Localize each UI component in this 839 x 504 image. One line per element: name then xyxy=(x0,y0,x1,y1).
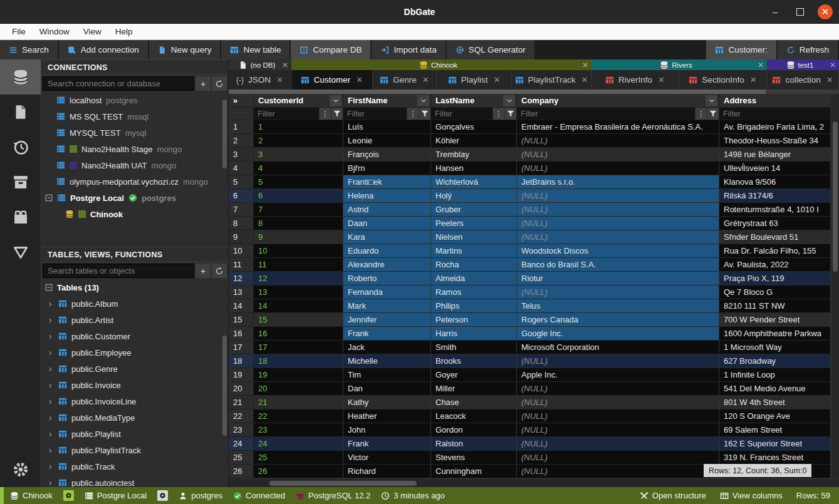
column-header-lastname[interactable]: LastName xyxy=(431,94,517,108)
cell-lastname[interactable]: Leacock xyxy=(431,409,517,423)
row-number[interactable]: 2 xyxy=(229,134,254,148)
cell-address[interactable]: 801 W 4th Street xyxy=(719,396,831,409)
row-number[interactable]: 15 xyxy=(229,313,254,327)
cell-company[interactable]: (NULL) xyxy=(517,465,719,478)
cell-address[interactable]: 1 Infinite Loop xyxy=(719,368,831,382)
row-number[interactable]: 22 xyxy=(229,409,254,423)
connection-item[interactable]: MYSQL TESTmysql xyxy=(41,125,228,141)
rail-cell-data[interactable] xyxy=(0,235,41,270)
row-number[interactable]: 1 xyxy=(229,120,254,134)
chevron-right-icon[interactable]: › xyxy=(49,445,54,455)
cell-firstname[interactable]: Alexandre xyxy=(343,258,431,272)
menu-window[interactable]: Window xyxy=(34,26,75,38)
chevron-right-icon[interactable]: › xyxy=(49,413,54,423)
cell-customerid[interactable]: 2 xyxy=(254,134,343,148)
cell-firstname[interactable]: Jennifer xyxy=(343,313,431,327)
tab-scrollbar[interactable] xyxy=(229,90,839,94)
filter-menu-icon[interactable]: ⋮ xyxy=(492,108,504,120)
close-group-icon[interactable]: ✕ xyxy=(830,61,836,69)
rail-connections[interactable] xyxy=(0,59,41,95)
chevron-right-icon[interactable]: › xyxy=(49,380,54,390)
close-tab-icon[interactable]: ✕ xyxy=(493,75,500,85)
filter-input-firstname[interactable] xyxy=(343,108,407,120)
toolbar-button-import-data[interactable]: Import data xyxy=(372,40,446,59)
connection-item[interactable]: Nano2Health Stagemongo xyxy=(41,141,228,157)
cell-customerid[interactable]: 20 xyxy=(254,382,343,396)
cell-company[interactable]: Woodstock Discos xyxy=(517,244,719,258)
database-item[interactable]: Chinook xyxy=(41,206,228,222)
cell-firstname[interactable]: Mark xyxy=(343,299,431,313)
cell-firstname[interactable]: Kara xyxy=(343,230,431,244)
row-number[interactable]: 23 xyxy=(229,423,254,437)
chevron-right-icon[interactable]: › xyxy=(49,478,54,487)
tables-search-input[interactable] xyxy=(43,264,194,278)
cell-customerid[interactable]: 19 xyxy=(254,368,343,382)
cell-lastname[interactable]: Chase xyxy=(431,396,517,409)
close-tab-icon[interactable]: ✕ xyxy=(658,75,665,85)
cell-customerid[interactable]: 12 xyxy=(254,272,343,285)
filter-funnel-icon[interactable] xyxy=(504,108,516,120)
cell-address[interactable]: 162 E Superior Street xyxy=(719,437,831,451)
cell-lastname[interactable]: Gordon xyxy=(431,423,517,437)
cell-address[interactable]: 319 N. Frances Street xyxy=(719,451,831,465)
cell-lastname[interactable]: Goyer xyxy=(431,368,517,382)
cell-lastname[interactable]: Ralston xyxy=(431,437,517,451)
close-tab-icon[interactable]: ✕ xyxy=(422,75,429,85)
table-item[interactable]: ›public.Album xyxy=(41,296,228,312)
row-number[interactable]: 5 xyxy=(229,175,254,189)
toolbar-button-search[interactable]: Search xyxy=(0,40,59,59)
add-table-icon-button[interactable]: + xyxy=(195,264,211,278)
cell-customerid[interactable]: 13 xyxy=(254,285,343,299)
cell-lastname[interactable]: Peterson xyxy=(431,313,517,327)
cell-address[interactable]: Praça Pio X, 119 xyxy=(719,272,831,285)
close-group-icon[interactable]: ✕ xyxy=(282,61,288,69)
cell-address[interactable]: Av. Paulista, 2022 xyxy=(719,258,831,272)
cell-customerid[interactable]: 24 xyxy=(254,437,343,451)
toolbar-button-add-connection[interactable]: Add connection xyxy=(59,40,149,59)
tab-collection[interactable]: collection✕ xyxy=(767,70,839,90)
row-number[interactable]: 7 xyxy=(229,203,254,217)
cell-lastname[interactable]: Nielsen xyxy=(431,230,517,244)
connections-search-input[interactable] xyxy=(43,76,194,91)
filter-input-lastname[interactable] xyxy=(431,108,492,120)
filter-input-company[interactable] xyxy=(517,108,695,120)
cell-address[interactable]: 700 W Pender Street xyxy=(719,313,831,327)
cell-company[interactable]: (NULL) xyxy=(517,382,719,396)
table-item[interactable]: ›public.Employee xyxy=(41,344,228,361)
cell-lastname[interactable]: Rocha xyxy=(431,258,517,272)
statusbar-view-columns[interactable]: View columns xyxy=(720,491,783,500)
row-number[interactable]: 19 xyxy=(229,368,254,382)
cell-company[interactable]: Google Inc. xyxy=(517,327,719,341)
row-number[interactable]: 26 xyxy=(229,465,254,478)
cell-company[interactable]: (NULL) xyxy=(517,230,719,244)
cell-address[interactable]: 1600 Amphitheatre Parkwa xyxy=(719,327,831,341)
cell-firstname[interactable]: François xyxy=(343,148,431,162)
add-connection-icon-button[interactable]: + xyxy=(195,76,211,91)
cell-company[interactable]: Riotur xyxy=(517,272,719,285)
tab-playlisttrack[interactable]: PlaylistTrack✕ xyxy=(512,70,591,90)
cell-company[interactable]: (NULL) xyxy=(517,134,719,148)
minimize-button[interactable]: – xyxy=(768,4,783,19)
row-number[interactable]: 12 xyxy=(229,272,254,285)
toolbar-button-new-table[interactable]: New table xyxy=(221,40,291,59)
tab-riverinfo[interactable]: RiverInfo✕ xyxy=(591,70,679,90)
cell-company[interactable]: (NULL) xyxy=(517,285,719,299)
cell-lastname[interactable]: Wichterlová xyxy=(431,175,517,189)
cell-customerid[interactable]: 9 xyxy=(254,230,343,244)
cell-firstname[interactable]: Jack xyxy=(343,341,431,354)
row-number[interactable]: 17 xyxy=(229,341,254,354)
maximize-button[interactable] xyxy=(793,4,808,19)
cell-company[interactable]: Embraer - Empresa Brasileira de Aeronáut… xyxy=(517,120,719,134)
chevron-right-icon[interactable]: › xyxy=(49,331,54,341)
cell-customerid[interactable]: 22 xyxy=(254,409,343,423)
row-number[interactable]: 18 xyxy=(229,354,254,368)
cell-address[interactable]: Grétrystraat 63 xyxy=(719,217,831,230)
connection-item[interactable]: MS SQL TESTmssql xyxy=(41,108,228,125)
chevron-right-icon[interactable]: › xyxy=(49,315,54,325)
cell-lastname[interactable]: Gonçalves xyxy=(431,120,517,134)
cell-customerid[interactable]: 18 xyxy=(254,354,343,368)
cell-address[interactable]: 1498 rue Bélanger xyxy=(719,148,831,162)
cell-lastname[interactable]: Peeters xyxy=(431,217,517,230)
cell-firstname[interactable]: Leonie xyxy=(343,134,431,148)
cell-company[interactable]: (NULL) xyxy=(517,437,719,451)
